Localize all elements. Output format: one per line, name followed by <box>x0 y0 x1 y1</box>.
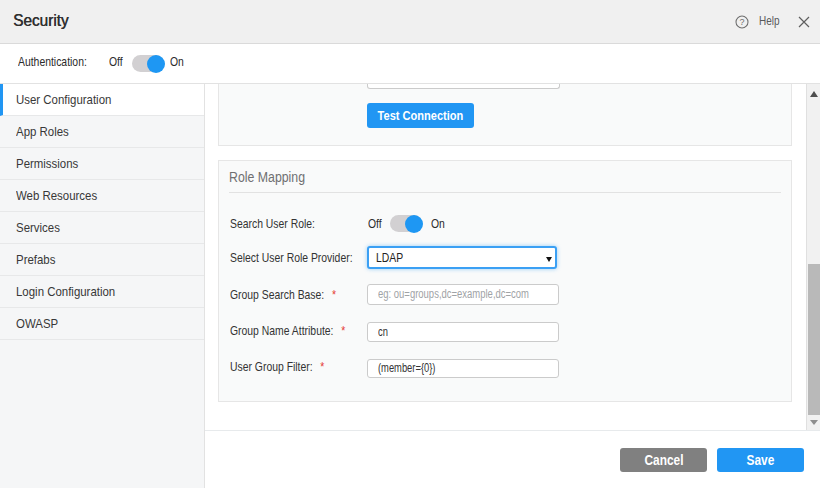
svg-text:?: ? <box>739 17 744 27</box>
